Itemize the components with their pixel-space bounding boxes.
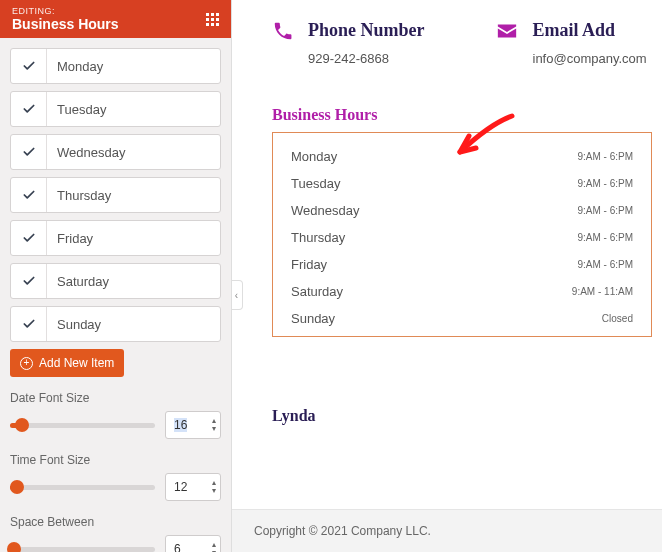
hours-time: 9:AM - 6:PM [577,205,633,216]
space-between-input[interactable]: 6 ▴▾ [165,535,221,552]
sidebar-header: EDITING: Business Hours [0,0,231,38]
day-item[interactable]: Thursday [10,177,221,213]
day-item[interactable]: Wednesday [10,134,221,170]
space-between-label: Space Between [10,515,221,529]
hours-time: Closed [602,313,633,324]
day-item[interactable]: Tuesday [10,91,221,127]
day-item[interactable]: Saturday [10,263,221,299]
grid-icon[interactable] [206,13,219,26]
hours-row: Thursday9:AM - 6:PM [291,224,633,251]
business-hours-box: Monday9:AM - 6:PMTuesday9:AM - 6:PMWedne… [272,132,652,337]
day-label: Thursday [47,178,220,212]
hours-row: SundayClosed [291,305,633,332]
day-item[interactable]: Monday [10,48,221,84]
check-icon [11,135,47,169]
add-new-item-button[interactable]: + Add New Item [10,349,124,377]
time-font-size-label: Time Font Size [10,453,221,467]
day-label: Tuesday [47,92,220,126]
editing-label: EDITING: [12,6,119,16]
hours-day: Friday [291,257,327,272]
hours-row: Saturday9:AM - 11:AM [291,278,633,305]
editor-sidebar: EDITING: Business Hours MondayTuesdayWed… [0,0,232,552]
hours-day: Thursday [291,230,345,245]
date-font-size-input[interactable]: 16 ▴▾ [165,411,221,439]
hours-time: 9:AM - 11:AM [572,286,633,297]
check-icon [11,221,47,255]
space-between-slider[interactable] [10,547,155,552]
author-name: Lynda [272,397,652,425]
stepper-icon[interactable]: ▴▾ [212,417,216,433]
hours-row: Monday9:AM - 6:PM [291,143,633,170]
stepper-icon[interactable]: ▴▾ [212,541,216,552]
hours-day: Saturday [291,284,343,299]
email-title: Email Add [533,20,647,41]
check-icon [11,307,47,341]
page-footer: Copyright © 2021 Company LLC. [232,509,662,552]
day-label: Monday [47,49,220,83]
check-icon [11,92,47,126]
stepper-icon[interactable]: ▴▾ [212,479,216,495]
day-label: Friday [47,221,220,255]
business-hours-heading: Business Hours [272,106,652,124]
check-icon [11,178,47,212]
sidebar-body: MondayTuesdayWednesdayThursdayFridaySatu… [0,38,231,552]
email-block: Email Add info@company.com [495,20,647,66]
date-font-size-slider[interactable] [10,423,155,428]
day-item[interactable]: Sunday [10,306,221,342]
day-label: Sunday [47,307,220,341]
plus-circle-icon: + [20,357,33,370]
hours-row: Friday9:AM - 6:PM [291,251,633,278]
envelope-icon [495,20,519,42]
hours-day: Wednesday [291,203,359,218]
hours-day: Tuesday [291,176,340,191]
hours-time: 9:AM - 6:PM [577,178,633,189]
day-label: Saturday [47,264,220,298]
phone-value: 929-242-6868 [308,51,425,66]
day-item[interactable]: Friday [10,220,221,256]
hours-time: 9:AM - 6:PM [577,232,633,243]
phone-title: Phone Number [308,20,425,41]
time-font-size-slider[interactable] [10,485,155,490]
check-icon [11,49,47,83]
date-font-size-label: Date Font Size [10,391,221,405]
check-icon [11,264,47,298]
hours-day: Sunday [291,311,335,326]
hours-time: 9:AM - 6:PM [577,151,633,162]
add-btn-label: Add New Item [39,356,114,370]
hours-row: Wednesday9:AM - 6:PM [291,197,633,224]
editing-title: Business Hours [12,16,119,32]
phone-icon [272,20,294,42]
email-value: info@company.com [533,51,647,66]
hours-row: Tuesday9:AM - 6:PM [291,170,633,197]
phone-block: Phone Number 929-242-6868 [272,20,425,66]
preview-canvas: ‹ Phone Number 929-242-6868 [232,0,662,552]
day-label: Wednesday [47,135,220,169]
time-font-size-input[interactable]: 12 ▴▾ [165,473,221,501]
hours-time: 9:AM - 6:PM [577,259,633,270]
hours-day: Monday [291,149,337,164]
